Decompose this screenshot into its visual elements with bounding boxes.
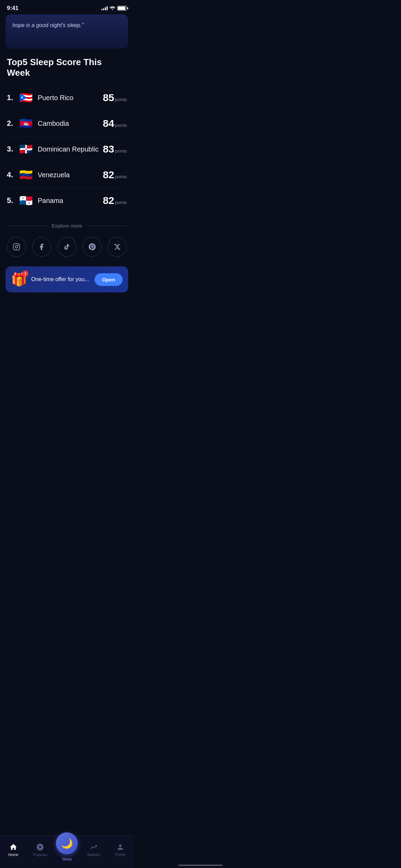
flag-icon: 🇰🇭 [19, 117, 33, 130]
score-label: points [115, 123, 127, 128]
country-name: Cambodia [38, 120, 103, 128]
status-time: 9:41 [7, 5, 19, 12]
score-container: 85 points [103, 92, 127, 104]
quote-banner: hope is a good night's sleep." [5, 14, 128, 49]
ranking-item: 2. 🇰🇭 Cambodia 84 points [7, 111, 127, 136]
offer-banner: 🎁 1 One-time offer for you... Open [5, 266, 128, 292]
score-number: 82 [103, 169, 114, 181]
instagram-button[interactable] [7, 237, 26, 257]
ranking-item: 1. 🇵🇷 Puerto Rico 85 points [7, 85, 127, 111]
rank-number: 5. [7, 196, 19, 205]
score-container: 83 points [103, 143, 127, 155]
quote-text: hope is a good night's sleep." [12, 21, 121, 29]
score-label: points [115, 148, 127, 154]
status-bar: 9:41 [0, 0, 134, 14]
score-container: 82 points [103, 195, 127, 206]
top5-title: Top5 Sleep Score This Week [7, 57, 127, 78]
flag-icon: 🇵🇷 [19, 91, 33, 104]
social-icons-row [0, 237, 134, 266]
country-name: Puerto Rico [38, 94, 103, 102]
svg-point-2 [18, 245, 18, 245]
rank-number: 1. [7, 93, 19, 102]
svg-rect-0 [13, 244, 20, 250]
country-name: Dominican Republic [38, 145, 103, 153]
rank-number: 4. [7, 170, 19, 179]
country-name: Venezuela [38, 171, 103, 179]
score-label: points [115, 97, 127, 102]
pinterest-button[interactable] [83, 237, 102, 257]
flag-icon: 🇵🇦 [19, 194, 33, 207]
flag-icon: 🇩🇴 [19, 143, 33, 156]
score-label: points [115, 200, 127, 205]
score-number: 82 [103, 195, 114, 206]
offer-badge: 1 [22, 270, 28, 277]
score-label: points [115, 174, 127, 179]
explore-text: Explore more [51, 223, 82, 229]
ranking-item: 3. 🇩🇴 Dominican Republic 83 points [7, 136, 127, 162]
signal-icon [101, 6, 108, 10]
wifi-icon [110, 6, 115, 11]
divider-right [86, 226, 127, 226]
divider-left [7, 226, 47, 226]
ranking-item: 4. 🇻🇪 Venezuela 82 points [7, 162, 127, 188]
svg-point-1 [15, 246, 17, 248]
rank-number: 3. [7, 145, 19, 154]
battery-icon [117, 6, 127, 11]
status-icons [101, 6, 127, 11]
offer-open-button[interactable]: Open [95, 273, 123, 286]
tiktok-button[interactable] [57, 237, 76, 257]
flag-icon: 🇻🇪 [19, 168, 33, 181]
top5-section: Top5 Sleep Score This Week 1. 🇵🇷 Puerto … [0, 57, 134, 213]
ranking-item: 5. 🇵🇦 Panama 82 points [7, 188, 127, 213]
score-number: 85 [103, 92, 114, 104]
ranking-list: 1. 🇵🇷 Puerto Rico 85 points 2. 🇰🇭 Cambod… [7, 85, 127, 213]
score-number: 84 [103, 118, 114, 129]
facebook-button[interactable] [32, 237, 51, 257]
score-container: 82 points [103, 169, 127, 181]
twitter-button[interactable] [108, 237, 127, 257]
country-name: Panama [38, 197, 103, 205]
offer-text: One-time offer for you... [31, 276, 90, 282]
score-number: 83 [103, 143, 114, 155]
score-container: 84 points [103, 118, 127, 129]
explore-section: Explore more [0, 213, 134, 237]
offer-icon-wrap: 🎁 1 [11, 272, 27, 287]
rank-number: 2. [7, 119, 19, 128]
